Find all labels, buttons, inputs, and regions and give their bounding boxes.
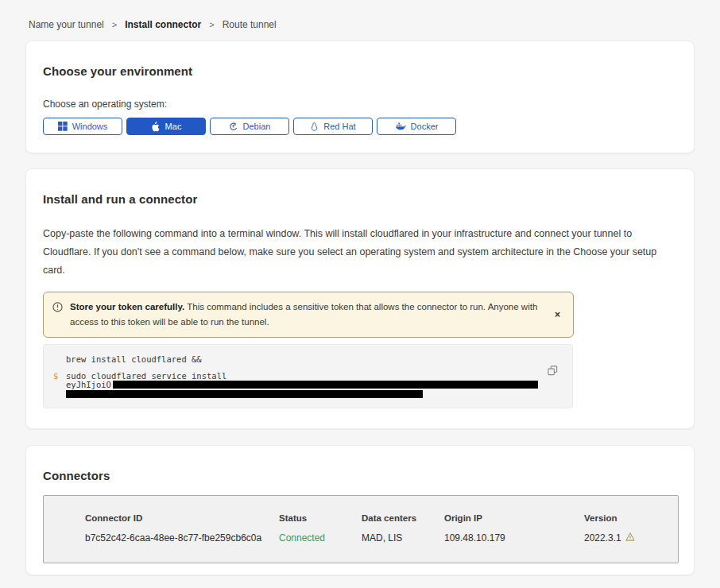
install-card-title: Install and run a connector [43, 192, 677, 206]
os-button-debian[interactable]: Debian [210, 118, 289, 135]
breadcrumb-step-route-tunnel[interactable]: Route tunnel [223, 19, 277, 30]
token-warning-text: Store your token carefully. This command… [70, 300, 544, 330]
install-connector-card: Install and run a connector Copy-paste t… [25, 168, 695, 429]
data-centers-value: MAD, LIS [362, 532, 444, 544]
column-header-data-centers: Data centers [362, 513, 444, 523]
warning-triangle-icon [625, 532, 635, 544]
os-button-windows[interactable]: Windows [43, 118, 122, 135]
copy-icon[interactable] [546, 364, 559, 380]
os-button-mac[interactable]: Mac [126, 118, 206, 135]
environment-card-title: Choose your environment [43, 64, 677, 78]
install-description: Copy-paste the following command into a … [43, 225, 675, 280]
install-command-block: brew install cloudflared && $ sudo cloud… [43, 344, 573, 408]
windows-logo-icon [58, 122, 68, 131]
token-prefix: eyJhIjoiO [66, 381, 111, 390]
redacted-token-bar [113, 381, 538, 389]
column-header-origin-ip: Origin IP [444, 513, 584, 523]
os-button-label: Debian [243, 122, 271, 131]
breadcrumb-separator: > [112, 20, 117, 29]
breadcrumb: Name your tunnel > Install connector > R… [0, 0, 720, 30]
redacted-token-bar [66, 390, 423, 398]
breadcrumb-step-name-your-tunnel[interactable]: Name your tunnel [29, 19, 104, 30]
os-button-label: Red Hat [323, 122, 355, 131]
origin-ip-value: 109.48.10.179 [444, 532, 584, 544]
version-value: 2022.3.1 [584, 532, 678, 544]
breadcrumb-separator: > [209, 20, 214, 29]
os-button-docker[interactable]: Docker [377, 118, 456, 135]
docker-whale-icon [395, 122, 406, 131]
os-button-label: Windows [72, 122, 108, 131]
connectors-card-title: Connectors [43, 469, 677, 482]
column-header-connector-id: Connector ID [85, 513, 279, 523]
token-warning-title: Store your token carefully. [70, 302, 184, 311]
redhat-penguin-icon [310, 122, 319, 132]
connectors-table-header: Connector ID Status Data centers Origin … [85, 513, 678, 523]
breadcrumb-step-install-connector[interactable]: Install connector [125, 19, 201, 30]
environment-card: Choose your environment Choose an operat… [25, 41, 695, 153]
token-warning-banner: Store your token carefully. This command… [43, 292, 574, 338]
os-button-label: Docker [411, 122, 439, 131]
column-header-status: Status [279, 513, 362, 523]
table-row: b7c52c42-6caa-48ee-8c77-fbe259cb6c0a Con… [85, 532, 678, 544]
connectors-card: Connectors Connector ID Status Data cent… [25, 445, 695, 575]
close-icon[interactable]: × [552, 308, 563, 321]
os-select-label: Choose an operating system: [43, 99, 677, 110]
connectors-table: Connector ID Status Data centers Origin … [43, 495, 679, 563]
os-button-label: Mac [165, 122, 182, 131]
connector-id-value: b7c52c42-6caa-48ee-8c77-fbe259cb6c0a [85, 532, 279, 544]
debian-swirl-icon [229, 122, 238, 131]
apple-icon [151, 122, 161, 132]
status-badge: Connected [279, 532, 362, 544]
column-header-version: Version [584, 513, 678, 523]
os-button-group: Windows Mac Debian Red Hat Docker [43, 118, 677, 135]
os-button-redhat[interactable]: Red Hat [293, 118, 373, 135]
alert-circle-icon [52, 302, 63, 317]
terminal-prompt: $ [53, 372, 66, 381]
command-line-1: brew install cloudflared && [66, 355, 202, 365]
version-number: 2022.3.1 [584, 532, 621, 544]
